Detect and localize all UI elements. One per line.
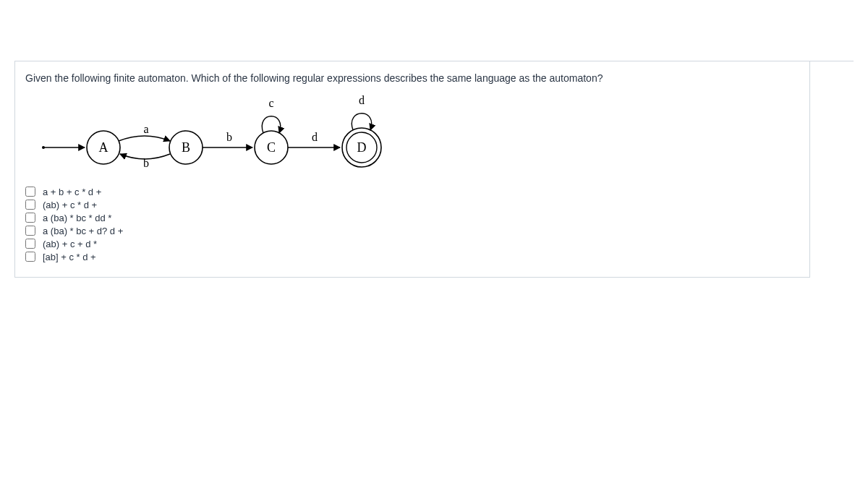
option-checkbox[interactable] [25,226,35,236]
option-label: [ab] + c * d + [43,252,96,262]
option-label: (ab) + c + d * [43,239,97,249]
option-label: (ab) + c * d + [43,200,97,210]
edge-b-c-label: b [226,131,232,143]
option-checkbox[interactable] [25,239,35,249]
edge-b-a-label: b [143,157,149,169]
option-row[interactable]: a (ba) * bc * dd * [25,213,799,223]
option-label: a + b + c * d + [43,187,101,197]
option-row[interactable]: (ab) + c * d + [25,200,799,210]
option-row[interactable]: a + b + c * d + [25,187,799,197]
edge-c-d-label: d [312,131,318,143]
option-label: a (ba) * bc + d? d + [43,226,123,236]
option-checkbox[interactable] [25,187,35,197]
option-label: a (ba) * bc * dd * [43,213,111,223]
top-divider [14,0,854,61]
state-c-label: C [267,140,276,155]
loop-c-label: c [268,97,273,109]
options-list: a + b + c * d + (ab) + c * d + a (ba) * … [25,187,799,262]
option-row[interactable]: (ab) + c + d * [25,239,799,249]
option-checkbox[interactable] [25,213,35,223]
question-prompt: Given the following finite automaton. Wh… [25,72,799,86]
option-checkbox[interactable] [25,252,35,262]
state-b-label: B [182,140,190,155]
state-a-label: A [99,140,109,155]
edge-a-b-label: a [143,123,148,135]
option-checkbox[interactable] [25,200,35,210]
finite-automaton-diagram: A a b B b C c d D [25,95,430,178]
state-d-label: D [357,140,367,155]
question-container: Given the following finite automaton. Wh… [14,61,810,278]
option-row[interactable]: [ab] + c * d + [25,252,799,262]
option-row[interactable]: a (ba) * bc + d? d + [25,226,799,236]
loop-d-label: d [359,95,365,106]
